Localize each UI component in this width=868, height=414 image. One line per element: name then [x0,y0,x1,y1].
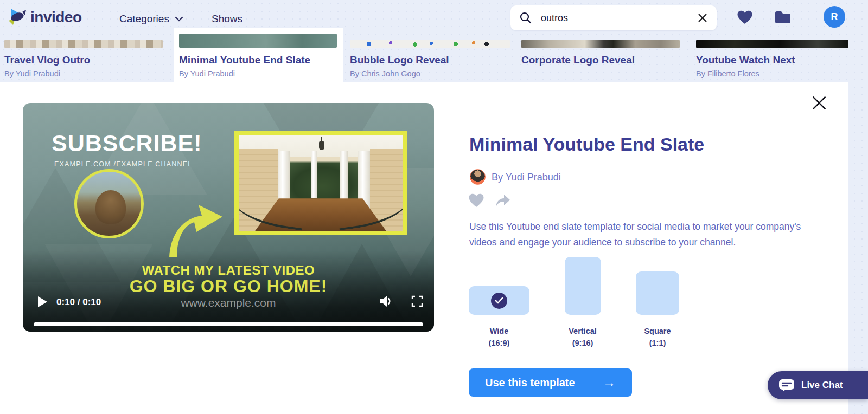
person-photo [95,190,126,224]
channel-photo-circle [74,169,144,238]
template-card-selected[interactable]: Minimal Youtube End Slate By Yudi Prabud… [179,28,337,82]
chevron-down-icon [175,16,183,22]
video-time: 0:10 / 0:10 [56,297,101,308]
favorites-heart-icon[interactable] [737,10,753,25]
template-card-byline: By Filiberto Flores [696,69,760,78]
invideo-logo[interactable]: invideo [8,7,82,28]
template-thumbnail[interactable] [521,40,680,48]
template-card[interactable]: Corporate Logo Reveal [521,28,680,82]
ratio-value: (1:1) [625,337,690,349]
share-icon[interactable] [494,193,511,208]
video-player[interactable]: SUBSCRIBE! EXAMPLE.COM /EXAMPLE CHANNEL … [23,103,434,332]
nav-shows[interactable]: Shows [212,13,242,25]
template-card-title: Minimal Youtube End Slate [179,54,310,66]
ratio-option-square[interactable] [636,271,679,315]
template-thumbnail[interactable] [179,34,337,48]
template-card[interactable]: Bubble Logo Reveal By Chris John Gogo [350,28,510,82]
top-nav: invideo Categories Shows [0,0,868,33]
ratio-label-square: Square (1:1) [625,325,690,349]
template-title: Minimal Youtube End Slate [469,134,704,155]
categories-label: Categories [119,13,169,25]
ratio-label-vertical: Vertical (9:16) [550,325,615,349]
ratio-label-wide: Wide (16:9) [467,325,532,349]
channel-subheadline: EXAMPLE.COM /EXAMPLE CHANNEL [54,160,193,168]
template-card-byline: By Chris John Gogo [350,69,420,78]
template-card[interactable]: Travel Vlog Outro By Yudi Prabudi [4,28,163,82]
template-card-title: Corporate Logo Reveal [521,54,635,66]
shows-label: Shows [212,13,242,25]
user-avatar[interactable]: R [824,6,845,28]
cta-label: Use this template [485,377,575,389]
like-heart-icon[interactable] [468,193,484,208]
porch-column [340,151,348,202]
search-bar[interactable] [510,5,717,30]
ratio-option-wide[interactable] [469,286,529,315]
template-card-byline: By Yudi Prabudi [4,69,60,78]
ratio-name: Vertical [550,325,615,337]
selected-check-icon [491,293,507,309]
live-chat-button[interactable]: Live Chat [768,371,868,399]
ratio-value: (16:9) [467,337,532,349]
author-byline[interactable]: By Yudi Prabudi [492,172,561,183]
use-this-template-button[interactable]: Use this template → [469,368,632,397]
arrow-right-icon: → [603,375,616,390]
porch-column [311,151,317,198]
go-big-text: GO BIG OR GO HOME! [23,276,434,296]
watch-my-latest-video-text: WATCH MY LATEST VIDEO [23,263,434,278]
template-card-title: Travel Vlog Outro [4,54,90,66]
subscribe-headline: SUBSCRIBE! [52,130,202,157]
avatar-initial: R [831,11,838,23]
template-card-title: Youtube Watch Next [696,54,795,66]
search-input[interactable] [541,12,697,24]
template-card-title: Bubble Logo Reveal [350,54,449,66]
curved-arrow-graphic [159,200,225,260]
template-card-byline: By Yudi Prabudi [179,69,235,78]
porch-lantern [319,141,324,150]
template-thumbnail[interactable] [350,40,510,48]
close-icon[interactable] [810,94,828,112]
author-avatar [470,169,486,185]
fullscreen-icon[interactable] [411,295,423,307]
invideo-logo-icon [8,7,27,28]
ratio-option-vertical[interactable] [565,257,601,315]
chat-bubble-icon [778,379,795,392]
ratio-name: Wide [467,325,532,337]
page: invideo Categories Shows [0,0,868,414]
ratio-value: (9:16) [550,337,615,349]
folder-icon[interactable] [774,10,792,24]
volume-icon[interactable] [379,295,393,308]
nav-categories[interactable]: Categories [119,13,183,25]
template-thumbnail[interactable] [4,40,163,48]
live-chat-label: Live Chat [801,380,843,391]
brand-name: invideo [30,9,82,26]
search-icon [519,11,532,24]
ratio-name: Square [625,325,690,337]
template-thumbnail[interactable] [696,40,848,48]
play-button[interactable] [38,296,47,307]
video-progress-bar[interactable] [34,322,423,326]
template-description: Use this Youtube end slate template for … [469,219,801,250]
clear-search-icon[interactable] [697,12,708,23]
latest-video-frame [234,131,407,235]
template-card[interactable]: Youtube Watch Next By Filiberto Flores [696,28,848,82]
